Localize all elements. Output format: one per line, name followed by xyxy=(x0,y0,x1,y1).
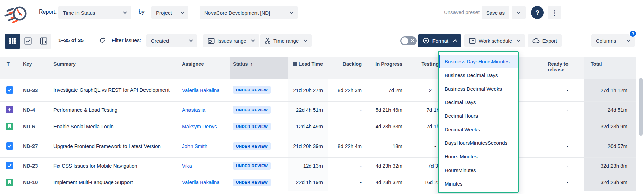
calendar-icon xyxy=(469,37,476,44)
col-header-in-progress[interactable]: In Progress xyxy=(367,57,408,79)
ready-to-release-cell: - xyxy=(538,174,584,191)
work-schedule-button[interactable]: Work schedule xyxy=(464,34,525,47)
time-range-button[interactable]: Time range xyxy=(260,34,312,47)
grid-view-button[interactable] xyxy=(5,34,20,48)
status-badge: UNDER REVIEW xyxy=(233,142,271,150)
format-option[interactable]: HoursMinutes xyxy=(439,163,518,177)
format-option[interactable]: Minutes xyxy=(439,177,518,190)
issue-summary[interactable]: Fix CSS Issues for Mobile Navigation xyxy=(51,157,179,174)
col-header-summary[interactable]: Summary xyxy=(51,57,179,79)
table-row[interactable]: ND-6 Enable Social Media Login Maksym De… xyxy=(0,118,636,135)
col-header-testing[interactable]: Testing xyxy=(408,57,440,79)
total-cell: 20d 57m xyxy=(584,135,636,157)
col-header-type[interactable]: T xyxy=(0,57,20,79)
format-option[interactable]: Hours:Minutes xyxy=(439,150,518,163)
format-target-icon xyxy=(423,37,429,44)
issue-type-task-icon xyxy=(6,86,13,94)
assignee-link[interactable]: Valeriia Bakalina xyxy=(182,87,220,93)
report-type-select[interactable]: Time in Status xyxy=(58,6,131,19)
status-badge: UNDER REVIEW xyxy=(233,179,271,186)
kebab-menu-button[interactable]: ⋮ xyxy=(548,6,561,19)
in-progress-cell: 4d 23h 32m xyxy=(367,157,408,174)
total-cell: 32d 23h 8m xyxy=(584,157,636,174)
save-as-dropdown-button[interactable] xyxy=(512,6,526,19)
issue-key[interactable]: ND-23 xyxy=(20,157,51,174)
assignee-link[interactable]: Vika xyxy=(182,163,192,169)
issue-key[interactable]: ND-4 xyxy=(20,101,51,118)
total-cell: 27d 1h 12m xyxy=(584,79,636,101)
col-header-key[interactable]: Key xyxy=(20,57,51,79)
filter-field-select[interactable]: Created xyxy=(146,34,197,47)
in-progress-cell: 4d 23h 32m xyxy=(367,174,408,191)
col-header-lead-time[interactable]: Lead Time xyxy=(288,57,328,79)
total-cell: 32d 23h 9m xyxy=(584,174,636,191)
issue-summary[interactable]: Enable Social Media Login xyxy=(51,118,179,135)
app-logo xyxy=(3,2,29,26)
assignee-link[interactable]: Valeriia Bakalina xyxy=(182,179,220,185)
preset-status-text: Unsaved preset xyxy=(444,9,480,15)
refresh-icon[interactable] xyxy=(99,37,106,44)
format-option[interactable]: Decimal Weeks xyxy=(439,122,518,136)
format-option[interactable]: Decimal Hours xyxy=(439,109,518,122)
table-row[interactable]: ND-33 Investigate GraphQL vs REST for AP… xyxy=(0,79,636,101)
assignee-link[interactable]: Anastasiia xyxy=(182,107,205,113)
vertical-scrollbar[interactable] xyxy=(639,54,643,192)
chevron-down-icon xyxy=(180,10,184,14)
format-option[interactable]: Decimal Days xyxy=(439,95,518,109)
view-switcher xyxy=(5,34,51,48)
chevron-down-icon xyxy=(304,38,308,42)
chevron-down-icon xyxy=(517,38,520,42)
project-select[interactable]: NovaCore Development [ND] xyxy=(200,6,298,19)
format-option[interactable]: Business Decimal Weeks xyxy=(439,82,518,95)
in-progress-cell: 7d 2m xyxy=(367,79,408,101)
total-cell: 32d 23h 9m xyxy=(584,118,636,135)
ready-to-release-cell: - xyxy=(538,118,584,135)
in-progress-cell: 5d 21h 46m xyxy=(367,101,408,118)
pivot-view-button[interactable] xyxy=(36,34,51,48)
chevron-up-icon xyxy=(453,39,457,43)
table-row[interactable]: ND-4 Performance & Load Testing Anastasi… xyxy=(0,101,636,118)
format-option[interactable]: DaysHoursMinutesSeconds xyxy=(439,136,518,150)
col-header-backlog[interactable]: Backlog xyxy=(328,57,367,79)
drag-grip-icon[interactable] xyxy=(293,62,297,66)
issue-summary[interactable]: Implement Multi-Language Support xyxy=(51,174,179,191)
issue-key[interactable]: ND-27 xyxy=(20,135,51,157)
time-in-status-table: T Key Summary Assignee Status ↑ Lead Tim… xyxy=(0,57,636,191)
table-row[interactable]: ND-27 Upgrade Frontend Framework to Late… xyxy=(0,135,636,157)
issue-key[interactable]: ND-6 xyxy=(20,118,51,135)
table-row[interactable]: ND-10 Implement Multi-Language Support V… xyxy=(0,174,636,191)
format-option[interactable]: Business Decimal Days xyxy=(439,68,518,82)
issue-key[interactable]: ND-10 xyxy=(20,174,51,191)
columns-button[interactable]: Columns xyxy=(591,34,635,47)
export-button[interactable]: Export xyxy=(528,34,562,47)
issue-summary[interactable]: Upgrade Frontend Framework to Latest Ver… xyxy=(51,135,179,157)
lead-time-cell: 22d 1h 19m xyxy=(288,174,328,191)
col-header-status[interactable]: Status ↑ xyxy=(230,57,288,79)
format-button[interactable]: Format xyxy=(418,34,461,47)
chart-view-button[interactable] xyxy=(20,34,36,48)
scissors-icon xyxy=(265,37,271,44)
col-header-total[interactable]: Total xyxy=(584,57,636,79)
testing-cell: 7d 1h xyxy=(408,118,440,135)
chevron-down-icon xyxy=(189,38,193,42)
col-header-assignee[interactable]: Assignee xyxy=(179,57,230,79)
group-by-select[interactable]: Project xyxy=(151,6,188,19)
issue-key[interactable]: ND-33 xyxy=(20,79,51,101)
save-as-button[interactable]: Save as xyxy=(482,6,509,19)
issue-summary[interactable]: Performance & Load Testing xyxy=(51,101,179,118)
issues-range-button[interactable]: Issues range xyxy=(203,34,259,47)
help-button[interactable]: ? xyxy=(531,6,544,19)
issue-summary[interactable]: Investigate GraphQL vs REST for API Deve… xyxy=(51,79,179,101)
assignee-link[interactable]: Maksym Denys xyxy=(182,123,217,129)
table-header-row: T Key Summary Assignee Status ↑ Lead Tim… xyxy=(0,57,636,79)
issue-type-epic-icon xyxy=(6,106,13,113)
issue-type-task-icon xyxy=(6,162,13,169)
issue-count: 1–35 of 35 xyxy=(58,37,84,43)
table-row[interactable]: ND-23 Fix CSS Issues for Mobile Navigati… xyxy=(0,157,636,174)
scrollbar-thumb[interactable] xyxy=(639,78,643,136)
compare-toggle[interactable]: ✕ xyxy=(400,36,417,45)
backlog-cell: - xyxy=(328,101,367,118)
format-option-selected[interactable]: Business DaysHoursMinutes xyxy=(439,55,518,68)
col-header-ready-to-release[interactable]: Ready to release xyxy=(538,57,584,79)
assignee-link[interactable]: John Smith xyxy=(182,143,207,149)
